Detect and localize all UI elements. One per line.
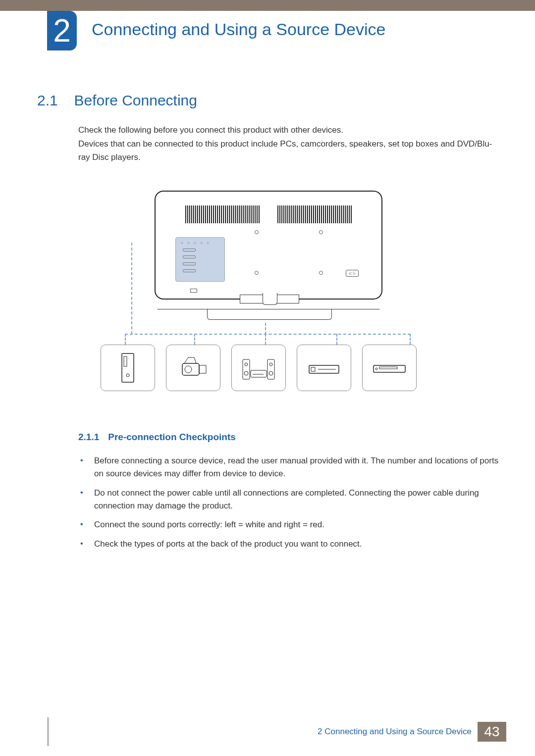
intro-paragraph-1: Check the following before you connect t… bbox=[78, 124, 499, 137]
dashed-connector-icon bbox=[410, 334, 411, 345]
svg-rect-12 bbox=[251, 370, 267, 377]
dashed-connector-icon bbox=[265, 323, 266, 335]
svg-point-2 bbox=[126, 374, 129, 377]
dashed-connector-icon bbox=[125, 334, 411, 335]
vent-right-icon bbox=[277, 205, 352, 223]
subsection-heading: 2.1.1Pre-connection Checkpoints bbox=[78, 432, 499, 443]
svg-rect-18 bbox=[379, 367, 397, 369]
subsection: 2.1.1Pre-connection Checkpoints Before c… bbox=[78, 432, 499, 556]
footer-accent-line bbox=[47, 717, 49, 746]
svg-rect-5 bbox=[199, 365, 206, 373]
svg-point-11 bbox=[269, 371, 273, 375]
connection-diagram: ○ ○ ○ ○ ○ ⊂⊃ bbox=[98, 183, 436, 405]
subsection-number: 2.1.1 bbox=[78, 432, 99, 443]
list-item: Do not connect the power cable until all… bbox=[78, 487, 499, 513]
monitor-back-icon: ○ ○ ○ ○ ○ ⊂⊃ bbox=[155, 191, 382, 300]
svg-rect-9 bbox=[268, 359, 274, 379]
page-footer: 2 Connecting and Using a Source Device 4… bbox=[50, 722, 535, 742]
stand-neck-icon bbox=[263, 293, 277, 305]
section-heading: 2.1 Before Connecting bbox=[37, 92, 500, 109]
chapter-number: 2 bbox=[53, 15, 71, 47]
list-item: Connect the sound ports correctly: left … bbox=[78, 518, 499, 531]
dashed-connector-icon bbox=[336, 334, 337, 345]
list-item: Before connecting a source device, read … bbox=[78, 454, 499, 481]
intro-body: Check the following before you connect t… bbox=[78, 124, 499, 165]
dashed-connector-icon bbox=[265, 334, 266, 345]
set-top-box-icon bbox=[297, 345, 351, 391]
svg-rect-1 bbox=[124, 356, 127, 366]
svg-point-7 bbox=[245, 363, 248, 366]
intro-paragraph-2: Devices that can be connected to this pr… bbox=[78, 138, 499, 164]
power-port-icon bbox=[190, 289, 197, 293]
section-title: Before Connecting bbox=[74, 92, 197, 109]
chapter-title: Connecting and Using a Source Device bbox=[92, 20, 385, 39]
svg-point-10 bbox=[269, 363, 272, 366]
svg-rect-15 bbox=[311, 367, 315, 371]
dashed-connector-icon bbox=[194, 334, 195, 345]
camcorder-icon bbox=[166, 345, 220, 391]
speakers-icon bbox=[231, 345, 286, 391]
dvd-player-icon bbox=[362, 345, 417, 391]
list-item: Check the types of ports at the back of … bbox=[78, 538, 499, 551]
stand-base-icon bbox=[157, 309, 380, 323]
subsection-title: Pre-connection Checkpoints bbox=[108, 432, 236, 442]
section-number: 2.1 bbox=[37, 92, 72, 109]
page-number-badge: 43 bbox=[478, 722, 506, 742]
svg-rect-6 bbox=[243, 359, 250, 379]
dashed-connector-icon bbox=[131, 243, 132, 334]
svg-point-19 bbox=[375, 368, 377, 370]
device-row bbox=[101, 345, 417, 391]
chapter-number-badge: 2 bbox=[47, 11, 77, 50]
pc-tower-icon bbox=[101, 345, 155, 391]
svg-point-8 bbox=[244, 371, 248, 375]
kensington-lock-icon: ⊂⊃ bbox=[346, 270, 359, 277]
svg-point-4 bbox=[185, 366, 192, 373]
footer-chapter-label: 2 Connecting and Using a Source Device bbox=[318, 727, 472, 737]
port-panel-icon: ○ ○ ○ ○ ○ bbox=[175, 237, 225, 282]
vent-left-icon bbox=[185, 205, 260, 223]
dashed-connector-icon bbox=[125, 334, 126, 345]
manual-page: 2 Connecting and Using a Source Device 2… bbox=[0, 0, 535, 756]
checkpoints-list: Before connecting a source device, read … bbox=[78, 454, 499, 551]
